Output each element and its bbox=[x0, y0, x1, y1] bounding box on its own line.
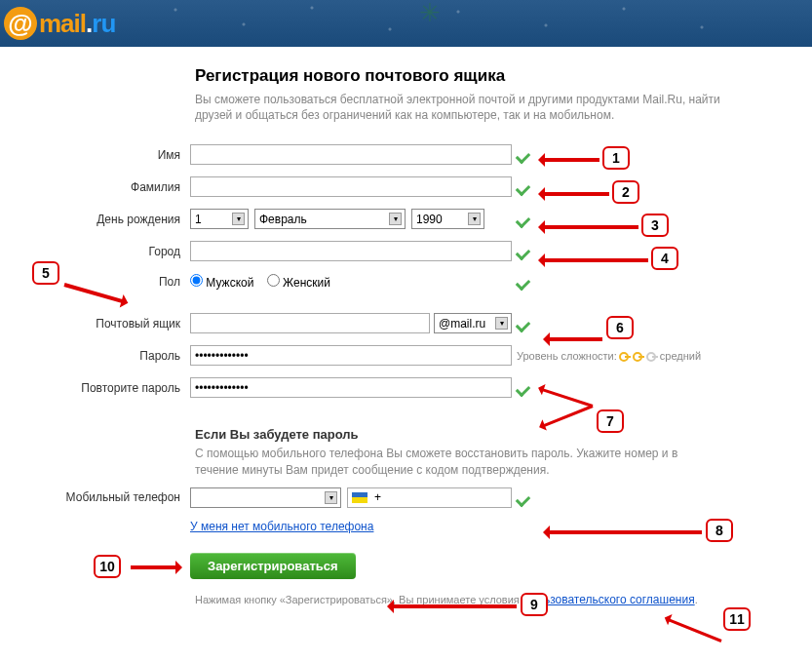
recover-text: С помощью мобильного телефона Вы сможете… bbox=[195, 446, 702, 477]
recover-block: Если Вы забудете пароль С помощью мобиль… bbox=[195, 427, 702, 477]
label-name: Имя bbox=[0, 148, 190, 162]
radio-female[interactable] bbox=[267, 274, 280, 287]
check-icon bbox=[517, 489, 534, 503]
chevron-down-icon: ▾ bbox=[325, 491, 337, 504]
callout-4: 4 bbox=[651, 247, 678, 270]
header: ✳ @ mail . ru bbox=[0, 0, 812, 47]
chevron-down-icon: ▾ bbox=[495, 317, 508, 330]
callout-10: 10 bbox=[94, 555, 121, 578]
select-dob-year[interactable]: 1990▾ bbox=[411, 209, 484, 229]
logo-ru: ru bbox=[92, 9, 115, 39]
input-surname[interactable] bbox=[190, 176, 512, 197]
chevron-down-icon: ▾ bbox=[468, 213, 481, 225]
radio-female-label[interactable]: Женский bbox=[267, 276, 330, 290]
key-icon bbox=[619, 350, 631, 362]
label-password: Пароль bbox=[0, 349, 190, 363]
label-mobile: Мобильный телефон bbox=[0, 490, 190, 504]
callout-9: 9 bbox=[521, 593, 548, 616]
no-mobile-link[interactable]: У меня нет мобильного телефона bbox=[190, 520, 373, 533]
label-mailbox: Почтовый ящик bbox=[0, 317, 190, 331]
callout-6: 6 bbox=[606, 316, 634, 339]
flag-ua-icon bbox=[352, 492, 367, 503]
logo-at-icon: @ bbox=[4, 7, 37, 40]
radio-male[interactable] bbox=[190, 274, 203, 287]
check-icon bbox=[517, 273, 534, 287]
header-decoration bbox=[0, 0, 812, 47]
check-icon bbox=[517, 315, 534, 329]
logo-text: mail . ru bbox=[39, 9, 115, 39]
label-password2: Повторите пароль bbox=[0, 381, 190, 395]
callout-11: 11 bbox=[723, 607, 751, 631]
label-surname: Фамилия bbox=[0, 180, 190, 194]
select-dob-day[interactable]: 1▾ bbox=[190, 209, 249, 229]
callout-8: 8 bbox=[706, 519, 733, 542]
label-gender: Пол bbox=[0, 275, 190, 289]
select-mobile-country[interactable]: ▾ bbox=[190, 487, 341, 508]
radio-male-label[interactable]: Мужской bbox=[190, 276, 253, 290]
intro-block: Регистрация нового почтового ящика Вы см… bbox=[195, 66, 724, 123]
input-city[interactable] bbox=[190, 241, 512, 261]
input-mobile-number[interactable] bbox=[370, 489, 507, 506]
chevron-down-icon: ▾ bbox=[232, 213, 245, 225]
key-icon bbox=[633, 350, 644, 362]
register-button[interactable]: Зарегистрироваться bbox=[190, 553, 356, 579]
input-password2[interactable] bbox=[190, 377, 512, 398]
select-mailbox-domain[interactable]: @mail.ru▾ bbox=[434, 313, 512, 333]
logo-link[interactable]: @ mail . ru bbox=[4, 7, 115, 40]
input-mailbox[interactable] bbox=[190, 313, 430, 333]
input-name[interactable] bbox=[190, 144, 512, 165]
callout-3: 3 bbox=[641, 214, 669, 237]
callout-1: 1 bbox=[602, 146, 630, 170]
page-title: Регистрация нового почтового ящика bbox=[195, 66, 724, 86]
callout-7: 7 bbox=[597, 409, 624, 433]
callout-2: 2 bbox=[612, 180, 639, 204]
select-dob-month[interactable]: Февраль▾ bbox=[254, 209, 406, 229]
input-password[interactable] bbox=[190, 345, 512, 366]
label-dob: День рождения bbox=[0, 213, 190, 226]
callout-5: 5 bbox=[32, 261, 59, 285]
key-icon bbox=[646, 350, 658, 362]
recover-title: Если Вы забудете пароль bbox=[195, 427, 702, 442]
label-city: Город bbox=[0, 245, 190, 258]
password-strength: Уровень сложности: средний bbox=[517, 350, 701, 362]
intro-text: Вы сможете пользоваться бесплатной элект… bbox=[195, 92, 724, 123]
tree-icon: ✳ bbox=[419, 0, 441, 28]
tos-link[interactable]: Пользовательского соглашения bbox=[522, 593, 695, 606]
logo-mail: mail bbox=[39, 9, 86, 39]
chevron-down-icon: ▾ bbox=[389, 213, 402, 225]
